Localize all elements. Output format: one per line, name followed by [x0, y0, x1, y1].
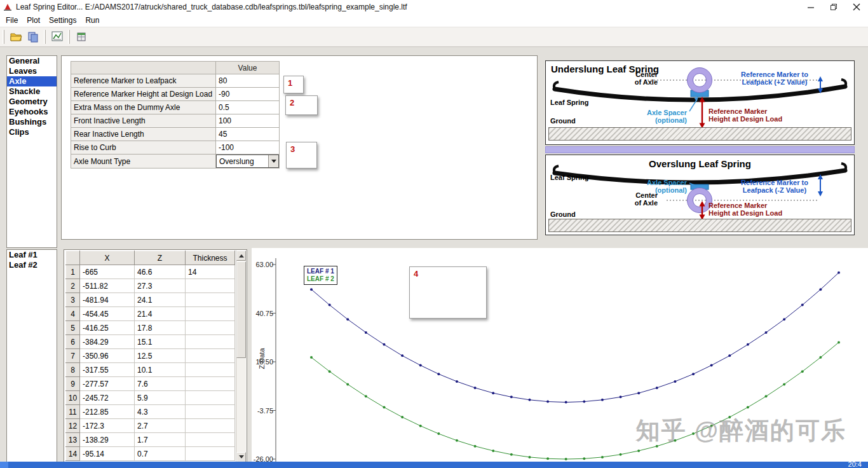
sidebar-item-clips[interactable]: Clips: [7, 127, 57, 137]
menu-file[interactable]: File: [3, 15, 24, 26]
minimize-button[interactable]: [799, 0, 822, 14]
cell-thickness[interactable]: [186, 419, 235, 433]
cell-x[interactable]: -172.3: [80, 419, 135, 433]
cell-x[interactable]: -212.85: [80, 405, 135, 419]
sidebar-item-axle[interactable]: Axle: [7, 76, 57, 86]
cell-z[interactable]: 17.8: [135, 321, 186, 335]
open-file-button[interactable]: [7, 29, 24, 45]
cell-z[interactable]: 2.7: [135, 419, 186, 433]
cell-z[interactable]: 7.6: [135, 377, 186, 391]
row-number[interactable]: 10: [66, 391, 80, 405]
cell-x[interactable]: -277.57: [80, 377, 135, 391]
menu-run[interactable]: Run: [82, 15, 105, 26]
cell-x[interactable]: -416.25: [80, 321, 135, 335]
prop-value-extra-mass-on-the-dummy-axle[interactable]: 0.5: [216, 101, 280, 114]
cell-thickness[interactable]: [186, 363, 235, 377]
cell-thickness[interactable]: 14: [186, 265, 235, 279]
prop-value-reference-marker-to-leafpack[interactable]: 80: [216, 74, 280, 88]
row-number[interactable]: 1: [66, 265, 80, 279]
prop-value-reference-marker-height-at-design-load[interactable]: -90: [216, 88, 280, 101]
maximize-button[interactable]: [822, 0, 845, 14]
row-number[interactable]: 12: [66, 419, 80, 433]
sidebar-item-shackle[interactable]: Shackle: [7, 86, 57, 97]
row-number[interactable]: 13: [66, 433, 80, 447]
cell-z[interactable]: 0.7: [135, 447, 186, 461]
cell-z[interactable]: 1.7: [135, 433, 186, 447]
points-scrollbar[interactable]: [236, 251, 246, 463]
row-number[interactable]: 11: [66, 405, 80, 419]
points-row: 3-481.9424.1: [66, 293, 235, 307]
cell-x[interactable]: -95.14: [80, 447, 135, 461]
sidebar-item-general[interactable]: General: [7, 56, 57, 66]
y-tick-label: -3.75: [257, 407, 273, 415]
column-header-thickness[interactable]: Thickness: [186, 251, 235, 265]
cell-z[interactable]: 10.1: [135, 363, 186, 377]
row-number[interactable]: 3: [66, 293, 80, 307]
sidebar-item-leaves[interactable]: Leaves: [7, 66, 57, 76]
menu-settings[interactable]: Settings: [46, 15, 82, 26]
cell-z[interactable]: 12.5: [135, 349, 186, 363]
cell-x[interactable]: -454.45: [80, 307, 135, 321]
close-button[interactable]: [845, 0, 868, 14]
cell-thickness[interactable]: [186, 405, 235, 419]
cell-z[interactable]: 15.1: [135, 335, 186, 349]
combo-dropdown-button[interactable]: [268, 155, 278, 167]
axle-mount-combo[interactable]: Overslung: [216, 155, 280, 169]
leaves-item-leaf-2[interactable]: Leaf #2: [7, 260, 57, 270]
leaves-item-leaf-1[interactable]: Leaf #1: [7, 250, 57, 260]
cell-x[interactable]: -481.94: [80, 293, 135, 307]
prop-value-rear-inactive-length[interactable]: 45: [216, 128, 280, 141]
cell-thickness[interactable]: [186, 335, 235, 349]
prop-value-rise-to-curb[interactable]: -100: [216, 141, 280, 155]
cell-x[interactable]: -384.29: [80, 335, 135, 349]
cell-x[interactable]: -350.96: [80, 349, 135, 363]
center-of-axle-label: Centerof Axle: [621, 192, 658, 207]
table-button[interactable]: [72, 29, 90, 45]
cell-thickness[interactable]: [186, 307, 235, 321]
sidebar-item-bushings[interactable]: Bushings: [7, 117, 57, 127]
row-number[interactable]: 9: [66, 377, 80, 391]
cell-z[interactable]: 21.4: [135, 307, 186, 321]
cell-x[interactable]: -317.55: [80, 363, 135, 377]
sidebar-item-eyehooks[interactable]: Eyehooks: [7, 107, 57, 117]
save-button[interactable]: [24, 29, 41, 45]
prop-value-front-inactive-length[interactable]: 100: [216, 114, 280, 128]
row-number[interactable]: 7: [66, 349, 80, 363]
scroll-up-button[interactable]: [236, 251, 246, 261]
row-number[interactable]: 5: [66, 321, 80, 335]
cell-thickness[interactable]: [186, 321, 235, 335]
cell-z[interactable]: 4.3: [135, 405, 186, 419]
cell-z[interactable]: 46.6: [135, 265, 186, 279]
scrollbar-thumb[interactable]: [236, 261, 246, 358]
cell-thickness[interactable]: [186, 349, 235, 363]
cell-thickness[interactable]: [186, 447, 235, 461]
scroll-down-button[interactable]: [236, 452, 246, 462]
cell-z[interactable]: 5.9: [135, 391, 186, 405]
column-header-z[interactable]: Z: [135, 251, 186, 265]
cell-thickness[interactable]: [186, 377, 235, 391]
start-button[interactable]: [0, 462, 8, 468]
callout-2: 2: [285, 95, 318, 115]
sidebar-item-geometry[interactable]: Geometry: [7, 97, 57, 107]
cell-x[interactable]: -245.72: [80, 391, 135, 405]
cell-thickness[interactable]: [186, 433, 235, 447]
cell-z[interactable]: 24.1: [135, 293, 186, 307]
row-number[interactable]: 14: [66, 447, 80, 461]
row-number[interactable]: 4: [66, 307, 80, 321]
row-number[interactable]: 6: [66, 335, 80, 349]
points-row: 14-95.140.7: [66, 447, 235, 461]
cell-thickness[interactable]: [186, 293, 235, 307]
cell-thickness[interactable]: [186, 279, 235, 293]
column-header-x[interactable]: X: [80, 251, 135, 265]
cell-x[interactable]: -511.82: [80, 279, 135, 293]
row-number[interactable]: 2: [66, 279, 80, 293]
cell-thickness[interactable]: [186, 391, 235, 405]
point-marker: [437, 373, 440, 375]
cell-z[interactable]: 27.3: [135, 279, 186, 293]
cell-x[interactable]: -138.29: [80, 433, 135, 447]
plot-button[interactable]: [48, 29, 65, 45]
taskbar[interactable]: 20:4: [0, 462, 868, 468]
cell-x[interactable]: -665: [80, 265, 135, 279]
row-number[interactable]: 8: [66, 363, 80, 377]
menu-plot[interactable]: Plot: [24, 15, 46, 26]
